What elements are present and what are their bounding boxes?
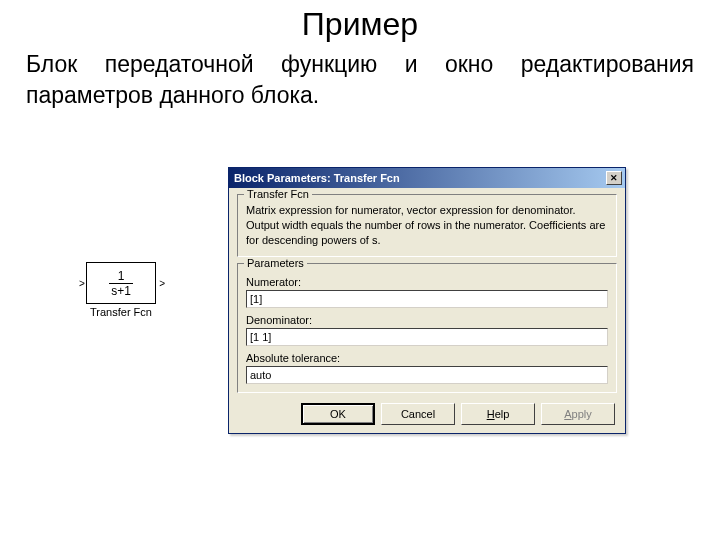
close-button[interactable]: ✕ <box>606 171 622 185</box>
parameters-group: Parameters Numerator: Denominator: Absol… <box>237 263 617 393</box>
dialog-body: Transfer Fcn Matrix expression for numer… <box>229 188 625 433</box>
denominator-label: Denominator: <box>246 314 608 326</box>
block-box: > 1 s+1 > <box>86 262 156 304</box>
denominator-input[interactable] <box>246 328 608 346</box>
block-parameters-dialog: Block Parameters: Transfer Fcn ✕ Transfe… <box>228 167 626 434</box>
abstol-input[interactable] <box>246 366 608 384</box>
block-numerator: 1 <box>118 270 125 282</box>
help-button[interactable]: Help <box>461 403 535 425</box>
slide-title: Пример <box>0 6 720 43</box>
numerator-input[interactable] <box>246 290 608 308</box>
block-description-text: Matrix expression for numerator, vector … <box>246 203 608 248</box>
block-label: Transfer Fcn <box>86 306 156 318</box>
dialog-buttons: OK Cancel Help Apply <box>237 399 617 425</box>
cancel-button[interactable]: Cancel <box>381 403 455 425</box>
block-description-legend: Transfer Fcn <box>244 188 312 200</box>
close-icon: ✕ <box>610 173 618 183</box>
block-description-group: Transfer Fcn Matrix expression for numer… <box>237 194 617 257</box>
apply-button[interactable]: Apply <box>541 403 615 425</box>
parameters-legend: Parameters <box>244 257 307 269</box>
transfer-fcn-block: > 1 s+1 > Transfer Fcn <box>86 262 156 318</box>
input-port-icon: > <box>79 278 85 289</box>
slide-description: Блок передаточной функцию и окно редакти… <box>0 43 720 111</box>
dialog-titlebar: Block Parameters: Transfer Fcn ✕ <box>229 168 625 188</box>
output-port-icon: > <box>159 278 165 289</box>
block-denominator: s+1 <box>111 285 131 297</box>
ok-button[interactable]: OK <box>301 403 375 425</box>
abstol-label: Absolute tolerance: <box>246 352 608 364</box>
dialog-title: Block Parameters: Transfer Fcn <box>234 172 400 184</box>
numerator-label: Numerator: <box>246 276 608 288</box>
